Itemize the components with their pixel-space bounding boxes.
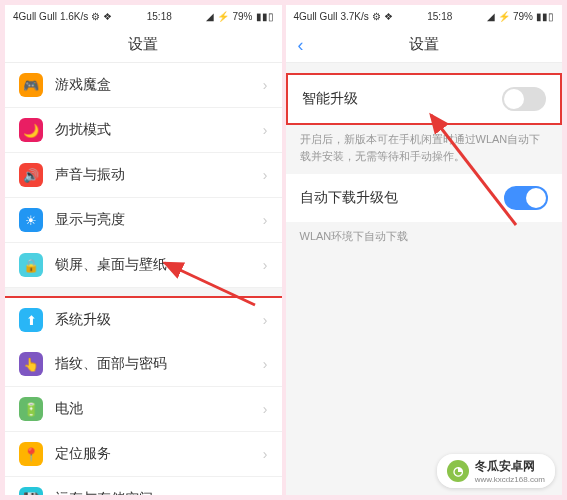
smart-upgrade-row[interactable]: 智能升级 (288, 75, 561, 123)
auto-download-desc: WLAN环境下自动下载 (286, 222, 563, 255)
smart-upgrade-highlight: 智能升级 (286, 73, 563, 125)
time-label: 15:18 (147, 11, 172, 22)
item-icon: 🎮 (19, 73, 43, 97)
chevron-right-icon: › (263, 212, 268, 228)
page-title: 设置 (409, 35, 439, 52)
auto-download-toggle[interactable] (504, 186, 548, 210)
wifi-icon: ⚡ (217, 11, 229, 22)
item-icon: ⬆ (19, 308, 43, 332)
item-label: 指纹、面部与密码 (55, 355, 263, 373)
item-label: 锁屏、桌面与壁纸 (55, 256, 263, 274)
auto-download-row[interactable]: 自动下载升级包 (286, 174, 563, 222)
status-bar: 4Gull Gull 3.7K/s ⚙ ❖ 15:18 ◢ ⚡ 79% ▮▮▯ (286, 5, 563, 27)
item-icon: 🔊 (19, 163, 43, 187)
item-label: 系统升级 (55, 311, 263, 329)
battery-pct: 79% (513, 11, 533, 22)
status-icons: ⚙ ❖ (372, 11, 393, 22)
settings-item-4[interactable]: 🔒锁屏、桌面与壁纸› (5, 243, 282, 288)
chevron-right-icon: › (263, 122, 268, 138)
settings-item-9[interactable]: 💾运存与存储空间› (5, 477, 282, 495)
android-icon: ◔ (447, 460, 469, 482)
item-icon: ☀ (19, 208, 43, 232)
settings-item-2[interactable]: 🔊声音与振动› (5, 153, 282, 198)
item-label: 游戏魔盒 (55, 76, 263, 94)
item-label: 定位服务 (55, 445, 263, 463)
smart-upgrade-toggle[interactable] (502, 87, 546, 111)
wifi-icon: ⚡ (498, 11, 510, 22)
item-icon: 🔋 (19, 397, 43, 421)
network-label: 4Gull Gull (294, 11, 338, 22)
header: ‹ 设置 (286, 27, 563, 63)
signal-icon: ◢ (487, 11, 495, 22)
item-label: 显示与亮度 (55, 211, 263, 229)
item-icon: 👆 (19, 352, 43, 376)
watermark-name: 冬瓜安卓网 (475, 459, 535, 473)
item-icon: 📍 (19, 442, 43, 466)
signal-icon: ◢ (206, 11, 214, 22)
phone-left: 4Gull Gull 1.6K/s ⚙ ❖ 15:18 ◢ ⚡ 79% ▮▮▯ … (5, 5, 282, 495)
item-icon: 🌙 (19, 118, 43, 142)
item-icon: 🔒 (19, 253, 43, 277)
settings-list: 🎮游戏魔盒›🌙勿扰模式›🔊声音与振动›☀显示与亮度›🔒锁屏、桌面与壁纸›⬆系统升… (5, 63, 282, 495)
chevron-right-icon: › (263, 312, 268, 328)
auto-download-label: 自动下载升级包 (300, 189, 398, 207)
item-label: 运存与存储空间 (55, 490, 263, 495)
settings-item-1[interactable]: 🌙勿扰模式› (5, 108, 282, 153)
chevron-right-icon: › (263, 257, 268, 273)
chevron-right-icon: › (263, 491, 268, 495)
status-bar: 4Gull Gull 1.6K/s ⚙ ❖ 15:18 ◢ ⚡ 79% ▮▮▯ (5, 5, 282, 27)
item-label: 勿扰模式 (55, 121, 263, 139)
chevron-right-icon: › (263, 401, 268, 417)
time-label: 15:18 (427, 11, 452, 22)
item-icon: 💾 (19, 487, 43, 495)
smart-upgrade-label: 智能升级 (302, 90, 358, 108)
status-icons: ⚙ ❖ (91, 11, 112, 22)
settings-item-6[interactable]: 👆指纹、面部与密码› (5, 342, 282, 387)
phone-right: 4Gull Gull 3.7K/s ⚙ ❖ 15:18 ◢ ⚡ 79% ▮▮▯ … (286, 5, 563, 495)
network-label: 4Gull Gull (13, 11, 57, 22)
item-label: 电池 (55, 400, 263, 418)
chevron-right-icon: › (263, 356, 268, 372)
battery-pct: 79% (232, 11, 252, 22)
watermark: ◔ 冬瓜安卓网 www.kxcdz168.com (437, 454, 555, 488)
speed-label: 3.7K/s (340, 11, 368, 22)
speed-label: 1.6K/s (60, 11, 88, 22)
settings-item-0[interactable]: 🎮游戏魔盒› (5, 63, 282, 108)
watermark-url: www.kxcdz168.com (475, 475, 545, 484)
battery-icon: ▮▮▯ (536, 11, 554, 22)
settings-item-7[interactable]: 🔋电池› (5, 387, 282, 432)
page-title: 设置 (128, 35, 158, 52)
settings-item-5[interactable]: ⬆系统升级› (5, 296, 282, 344)
settings-item-8[interactable]: 📍定位服务› (5, 432, 282, 477)
settings-item-3[interactable]: ☀显示与亮度› (5, 198, 282, 243)
header: 设置 (5, 27, 282, 63)
chevron-right-icon: › (263, 446, 268, 462)
back-icon[interactable]: ‹ (298, 34, 304, 55)
chevron-right-icon: › (263, 77, 268, 93)
item-label: 声音与振动 (55, 166, 263, 184)
smart-upgrade-desc: 开启后，新版本可在手机闲置时通过WLAN自动下载并安装，无需等待和手动操作。 (286, 125, 563, 174)
chevron-right-icon: › (263, 167, 268, 183)
battery-icon: ▮▮▯ (256, 11, 274, 22)
